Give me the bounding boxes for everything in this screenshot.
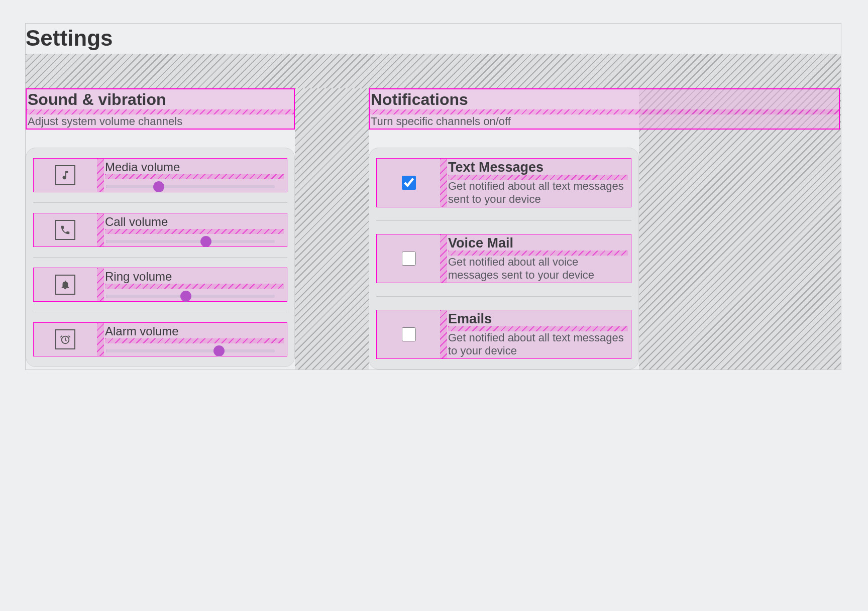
- emails-checkbox[interactable]: [402, 327, 416, 341]
- media-volume-slider[interactable]: [106, 185, 275, 188]
- notif-desc-emails: Get notified about all text messages to …: [448, 331, 628, 357]
- notif-row-voice-mail: Voice Mail Get notified about all voice …: [376, 234, 631, 283]
- bell-icon: [55, 275, 75, 295]
- alarm-volume-slider[interactable]: [106, 349, 275, 352]
- notif-row-text-messages: Text Messages Get notified about all tex…: [376, 158, 631, 207]
- phone-icon: [55, 220, 75, 240]
- notif-title-text-messages: Text Messages: [448, 160, 628, 175]
- right-padding-region: [639, 88, 841, 370]
- slider-label-call: Call volume: [105, 215, 284, 229]
- slider-row-ring: Ring volume: [33, 268, 287, 302]
- notif-desc-text-messages: Get notified about all text messages sen…: [448, 180, 628, 206]
- call-volume-slider[interactable]: [106, 240, 275, 243]
- section-header-sound: Sound & vibration Adjust system volume c…: [26, 88, 295, 130]
- slider-row-call: Call volume: [33, 213, 287, 247]
- voice-mail-checkbox[interactable]: [402, 252, 416, 266]
- sound-card: Media volume: [26, 148, 295, 367]
- section-subtitle-notifications: Turn specific channels on/off: [370, 114, 839, 129]
- spacing-region: [26, 54, 841, 88]
- slider-label-alarm: Alarm volume: [105, 324, 284, 338]
- decorative-strip: [105, 284, 284, 289]
- decorative-strip: [105, 174, 284, 179]
- section-subtitle-sound: Adjust system volume channels: [27, 114, 294, 129]
- notif-title-emails: Emails: [448, 311, 628, 326]
- decorative-strip: [448, 175, 628, 180]
- decorative-strip: [448, 326, 628, 331]
- slider-row-media: Media volume: [33, 158, 287, 192]
- decorative-strip: [105, 338, 284, 343]
- decorative-strip: [105, 229, 284, 234]
- slider-label-media: Media volume: [105, 160, 284, 174]
- notif-title-voice-mail: Voice Mail: [448, 235, 628, 251]
- alarm-icon: [55, 329, 75, 349]
- ring-volume-slider[interactable]: [106, 295, 275, 298]
- section-header-notifications: Notifications Turn specific channels on/…: [369, 88, 840, 130]
- decorative-strip: [448, 251, 628, 256]
- slider-row-alarm: Alarm volume: [33, 322, 287, 356]
- section-title-notifications: Notifications: [370, 89, 839, 109]
- decorative-strip: [370, 109, 839, 114]
- section-title-sound: Sound & vibration: [27, 89, 294, 109]
- text-messages-checkbox[interactable]: [402, 176, 416, 190]
- notifications-card: Text Messages Get notified about all tex…: [369, 148, 639, 370]
- decorative-strip: [27, 109, 294, 114]
- column-spacer: [295, 88, 369, 370]
- slider-label-ring: Ring volume: [105, 270, 284, 284]
- notif-desc-voice-mail: Get notified about all voice messages se…: [448, 256, 628, 282]
- music-note-icon: [55, 165, 75, 185]
- notif-row-emails: Emails Get notified about all text messa…: [376, 310, 631, 359]
- page-title: Settings: [26, 24, 841, 54]
